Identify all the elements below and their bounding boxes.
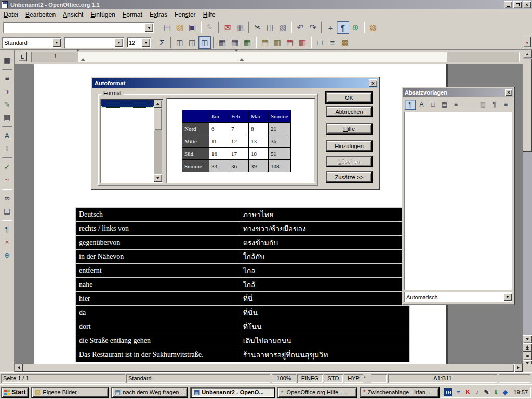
undo-icon[interactable]: ↶	[294, 21, 307, 34]
format-list-item[interactable]	[101, 108, 154, 115]
format-listbox[interactable]	[100, 99, 163, 183]
update-tray-icon[interactable]: ⇓	[491, 388, 500, 396]
format-list-scrollbar[interactable]	[154, 100, 162, 182]
format-list-item[interactable]	[101, 168, 154, 176]
paragraph-style-combobox[interactable]: Standard ▼	[2, 37, 61, 48]
stylist-title-bar[interactable]: Absatzvorlagen ×	[403, 88, 513, 97]
loeschen-button[interactable]: Löschen	[326, 156, 373, 167]
task-writer[interactable]: ▤Unbenannt2 - OpenO...	[190, 387, 275, 398]
german-cell[interactable]: dort	[76, 320, 240, 334]
restore-button[interactable]	[513, 1, 522, 8]
menu-datei[interactable]: Datei	[0, 10, 22, 19]
autotext-icon[interactable]: A	[1, 129, 14, 142]
style-list-item[interactable]	[405, 216, 512, 222]
fill-format-mode-icon[interactable]: ▨	[477, 100, 488, 110]
hilfe-button[interactable]: Hilfe	[326, 123, 373, 135]
styles-listbox[interactable]	[404, 112, 512, 290]
indent-marker[interactable]	[234, 52, 239, 62]
border-style-icon[interactable]: ≡	[326, 36, 339, 49]
table-fixed-proportional-icon[interactable]: ▦	[229, 36, 241, 49]
font-size-combobox[interactable]: 12 ▼	[127, 37, 151, 48]
ok-button[interactable]: OK	[326, 92, 373, 103]
frame-styles-icon[interactable]: □	[428, 100, 438, 110]
close-button[interactable]: ×	[523, 1, 531, 8]
scroll-right-button[interactable]	[514, 364, 523, 372]
insert-table-icon[interactable]: ▦	[1, 54, 14, 66]
nonprinting-chars-icon[interactable]: ¶	[1, 223, 14, 235]
paste-icon[interactable]: ▧	[276, 21, 289, 34]
previous-page-button[interactable]	[523, 343, 532, 352]
style-list-item[interactable]	[405, 113, 512, 119]
chevron-down-icon[interactable]: ▼	[142, 38, 150, 47]
print-icon[interactable]: ▦	[234, 21, 246, 34]
thai-cell[interactable]: ร้านอาหารอยู่ที่ถนนสุขุมวิท	[240, 348, 409, 362]
new-style-from-selection-icon[interactable]: ¶	[489, 100, 500, 110]
font-name-combobox[interactable]: ▼	[64, 37, 124, 48]
minimize-button[interactable]	[504, 1, 512, 8]
scroll-down-button[interactable]	[154, 174, 162, 182]
style-list-item[interactable]	[405, 168, 512, 175]
background-color-icon[interactable]: ▩	[339, 36, 351, 49]
style-list-item[interactable]	[405, 119, 512, 126]
german-cell[interactable]: gegenübervon	[76, 236, 240, 250]
thai-cell[interactable]: ตรงข้ามกับ	[240, 236, 409, 250]
thai-cell[interactable]: ที่นั่น	[240, 306, 409, 320]
menu-extras[interactable]: Extras	[146, 10, 171, 19]
pen-tray-icon[interactable]: ✎	[482, 388, 490, 396]
status-insert-mode[interactable]: EINFG	[297, 374, 323, 383]
document-as-email-icon[interactable]: ✉	[221, 21, 234, 34]
style-list-item[interactable]	[405, 154, 512, 161]
menu-format[interactable]: Format	[119, 10, 146, 19]
edit-file-icon[interactable]: ✎	[204, 21, 216, 34]
german-cell[interactable]: in der Nähevon	[76, 250, 240, 264]
german-cell[interactable]: rechts / links von	[76, 222, 240, 236]
style-filter-combobox[interactable]: Automatisch ▼	[404, 292, 512, 302]
format-list-item[interactable]	[101, 100, 154, 108]
style-list-item[interactable]	[405, 175, 512, 181]
graphics-onoff-icon[interactable]: ×	[1, 236, 14, 248]
style-list-item[interactable]	[405, 195, 512, 202]
style-list-item[interactable]	[405, 134, 512, 140]
vertical-scrollbar[interactable]	[523, 50, 532, 372]
start-button[interactable]: Start	[1, 387, 29, 398]
character-styles-icon[interactable]: A	[416, 100, 427, 110]
quickstarter-tray-icon[interactable]: ≈	[454, 388, 462, 396]
volume-tray-icon[interactable]: ♪	[473, 388, 481, 396]
thai-cell[interactable]: ที่นี่	[240, 292, 409, 306]
hinzufuegen-button[interactable]: Hinzufügen	[326, 140, 373, 152]
scroll-up-button[interactable]	[523, 50, 532, 58]
status-selection-mode[interactable]: STD	[324, 374, 343, 383]
online-layout-icon[interactable]: ⊕	[1, 249, 14, 261]
thai-cell[interactable]: ใกล้	[240, 278, 409, 292]
new-document-icon[interactable]: ▤	[161, 21, 174, 34]
scroll-down-button[interactable]	[523, 335, 532, 343]
list-styles-icon[interactable]: ≡	[450, 100, 461, 110]
style-list-item[interactable]	[405, 140, 512, 147]
gallery-icon[interactable]: ▧	[367, 21, 379, 34]
tab-type-button[interactable]: L	[18, 52, 27, 61]
horizontal-scrollbar[interactable]	[15, 364, 523, 372]
task-irfanview[interactable]: *Zwischenablage - Irfan...	[360, 387, 440, 398]
split-cells-icon[interactable]: ◫	[186, 36, 198, 49]
thai-cell[interactable]: ที่โนน	[240, 320, 409, 334]
dialog-close-button[interactable]: ×	[369, 79, 377, 87]
format-list-item[interactable]	[101, 130, 154, 138]
optimize-columns-icon[interactable]: ◫	[198, 36, 211, 49]
menu-fenster[interactable]: Fenster	[171, 10, 200, 19]
stylist-close-button[interactable]: ×	[505, 89, 512, 96]
insert-icon[interactable]: ≡	[1, 72, 14, 85]
style-list-item[interactable]	[405, 188, 512, 195]
german-cell[interactable]: hier	[76, 292, 240, 306]
navigation-button[interactable]	[523, 352, 532, 360]
menu-hilfe[interactable]: Hilfe	[200, 10, 219, 19]
navigator-icon[interactable]: +	[324, 21, 337, 34]
insert-row-icon[interactable]: ▤	[259, 36, 271, 49]
thai-cell[interactable]: ใกล้กับ	[240, 250, 409, 264]
german-cell[interactable]: da	[76, 306, 240, 320]
menu-bearbeiten[interactable]: Bearbeiten	[22, 10, 59, 19]
menu-einfuegen[interactable]: Einfügen	[87, 10, 118, 19]
hyperlink-icon[interactable]: ⊕	[349, 21, 362, 34]
horizontal-ruler[interactable]: 1	[31, 52, 520, 62]
thai-cell[interactable]: เดินไปตามถนน	[240, 334, 409, 348]
format-list-item[interactable]	[101, 123, 154, 130]
